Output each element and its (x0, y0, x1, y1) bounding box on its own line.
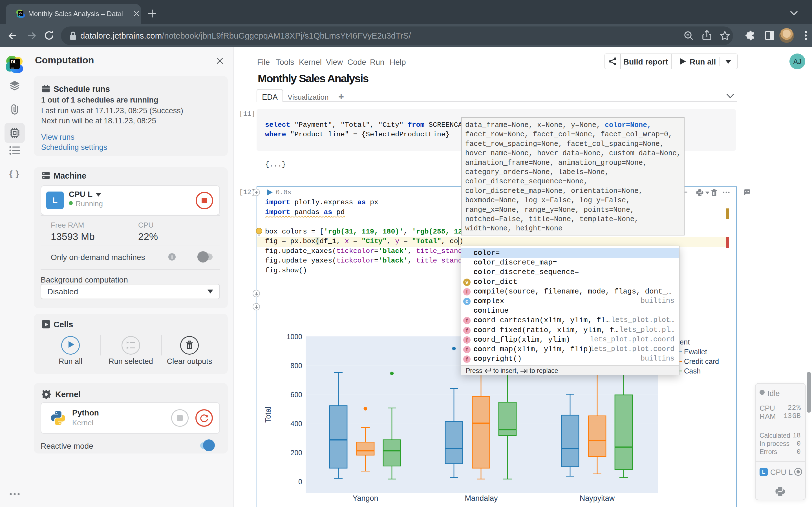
svg-text:Naypyitaw: Naypyitaw (580, 494, 615, 503)
svg-text:1000: 1000 (287, 333, 302, 341)
svg-text:600: 600 (290, 391, 302, 399)
svg-text:0: 0 (298, 478, 302, 486)
svg-text:200: 200 (290, 449, 302, 457)
svg-text:800: 800 (290, 362, 302, 370)
svg-text:Cash: Cash (684, 367, 701, 375)
svg-text:Ewallet: Ewallet (684, 348, 707, 356)
svg-text:Total: Total (264, 406, 272, 422)
svg-text:400: 400 (290, 420, 302, 428)
svg-text:Yangon: Yangon (352, 494, 378, 503)
svg-text:Credit card: Credit card (684, 357, 719, 365)
svg-text:Mandalay: Mandalay (465, 494, 498, 503)
